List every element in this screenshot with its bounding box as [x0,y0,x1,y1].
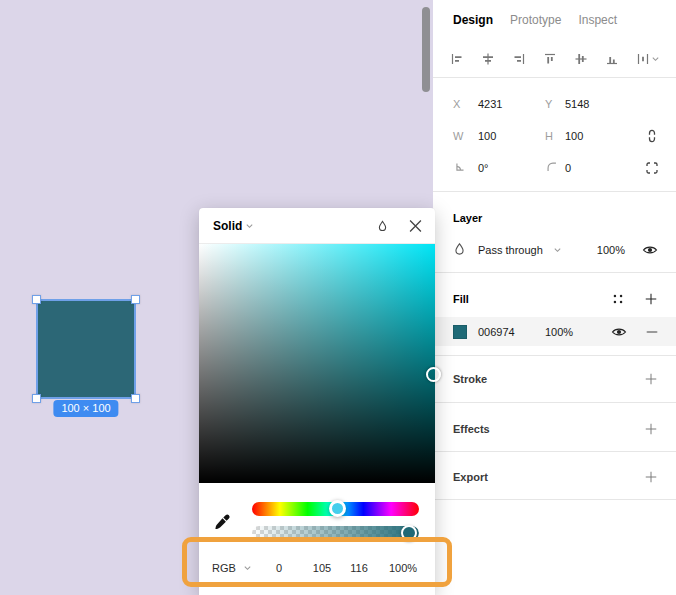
divider [433,499,676,500]
stroke-section: Stroke [433,366,676,392]
w-field[interactable]: 100 [478,130,496,142]
hue-slider-handle[interactable] [329,500,346,517]
color-field-handle[interactable] [426,367,441,382]
effects-section: Effects [433,416,676,442]
selected-rectangle[interactable] [38,301,134,397]
selection-handle-bottom-left[interactable] [32,394,41,403]
blend-row: Pass through 100% [433,237,676,263]
size-row: W 100 H 100 [433,123,676,149]
x-field[interactable]: 4231 [478,98,502,110]
fill-section-header: Fill [433,286,676,312]
w-label: W [453,130,463,142]
align-vertical-centers-icon[interactable] [573,51,589,67]
plus-icon[interactable] [644,292,658,306]
color-picker-header: Solid [199,208,435,244]
tab-inspect[interactable]: Inspect [578,13,617,27]
selection-handle-bottom-right[interactable] [131,394,140,403]
saturation-brightness-field[interactable] [199,244,435,483]
inspector-panel: Design Prototype Inspect X 4231 Y 5148 W… [433,0,676,595]
plus-icon[interactable] [644,422,658,436]
paint-type-select[interactable]: Solid [213,219,242,233]
layer-section-header: Layer [433,207,676,229]
selection-handle-top-right[interactable] [131,295,140,304]
align-bottom-icon[interactable] [604,51,620,67]
rotation-field[interactable]: 0° [478,162,489,174]
divider [433,402,676,403]
stroke-section-title: Stroke [453,373,487,385]
droplet-icon[interactable] [376,219,389,232]
corner-radius-field[interactable]: 0 [565,162,571,174]
fill-row[interactable]: 006974 100% [433,317,676,346]
align-left-icon[interactable] [449,51,465,67]
fill-opacity-field[interactable]: 100% [545,326,573,338]
corner-radius-icon [545,160,559,174]
y-label: Y [545,98,552,110]
close-icon[interactable] [409,219,422,232]
export-section-title: Export [453,471,488,483]
layer-opacity-field[interactable]: 100% [593,244,625,256]
y-field[interactable]: 5148 [565,98,589,110]
chevron-down-icon [651,55,660,63]
eye-icon[interactable] [642,242,658,258]
fill-styles-icon[interactable] [611,292,625,306]
distribute-icon[interactable] [635,51,660,67]
chevron-down-icon [553,246,562,254]
fill-section-title: Fill [453,293,469,305]
effects-section-title: Effects [453,423,490,435]
canvas-scrollbar[interactable] [422,7,430,92]
inspector-tabs: Design Prototype Inspect [433,0,676,40]
rotation-row: 0° 0 [433,155,676,181]
selection-size-badge: 100 × 100 [53,400,118,417]
chevron-down-icon [245,222,254,230]
eye-icon[interactable] [611,324,627,340]
droplet-icon [452,241,467,256]
alignment-toolbar [433,40,676,77]
align-horizontal-centers-icon[interactable] [480,51,496,67]
divider [433,191,676,192]
h-field[interactable]: 100 [565,130,583,142]
independent-corners-icon[interactable] [644,160,660,176]
h-label: H [545,130,553,142]
minus-icon[interactable] [646,330,658,334]
tab-prototype[interactable]: Prototype [510,13,561,27]
x-label: X [453,98,460,110]
tab-design[interactable]: Design [453,13,493,27]
constrain-proportions-icon[interactable] [644,128,660,144]
divider [433,355,676,356]
fill-hex-field[interactable]: 006974 [478,326,515,338]
highlight-box [182,537,452,587]
plus-icon[interactable] [644,372,658,386]
selection-handle-top-left[interactable] [32,295,41,304]
rotation-icon [453,160,467,174]
plus-icon[interactable] [644,470,658,484]
align-right-icon[interactable] [511,51,527,67]
divider [433,272,676,273]
export-section: Export [433,464,676,490]
divider [433,451,676,452]
divider [433,77,676,78]
blend-mode-select[interactable]: Pass through [478,244,543,256]
eyedropper-icon[interactable] [213,512,233,532]
position-row: X 4231 Y 5148 [433,91,676,117]
layer-section-title: Layer [453,212,482,224]
align-top-icon[interactable] [542,51,558,67]
fill-color-swatch[interactable] [453,325,467,339]
